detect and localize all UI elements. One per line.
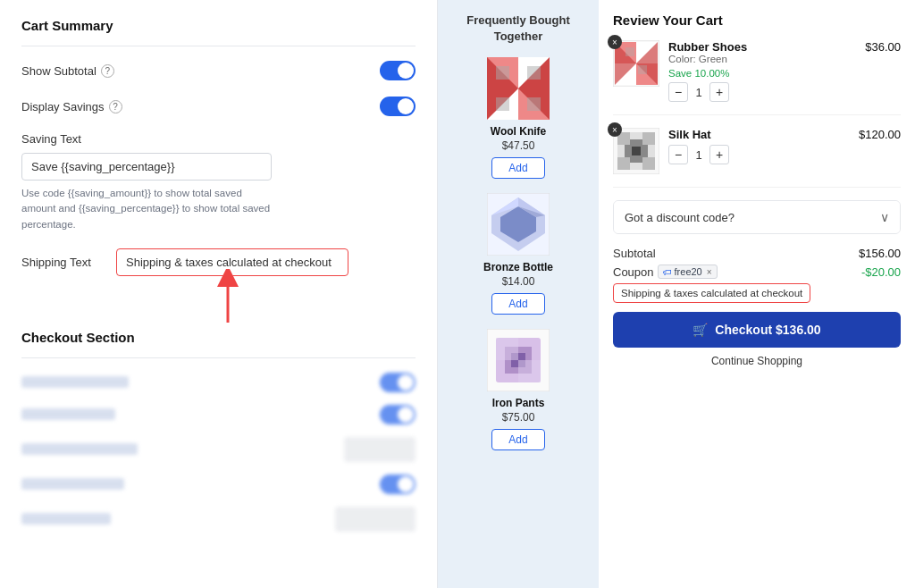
product-card-iron-pants: Iron Pants $75.00 Add — [449, 329, 588, 450]
coupon-tag-icon: 🏷 — [663, 267, 672, 277]
bronze-bottle-add-button[interactable]: Add — [491, 293, 544, 315]
display-savings-row: Display Savings ? — [21, 97, 416, 116]
silk-hat-name: Silk Hat — [668, 128, 850, 141]
blurred-row-4 — [21, 475, 416, 494]
subtotal-value: $156.00 — [859, 247, 901, 260]
svg-rect-40 — [617, 157, 630, 170]
display-savings-help-icon[interactable]: ? — [109, 100, 122, 113]
checkout-button[interactable]: 🛒 Checkout $136.00 — [613, 312, 901, 348]
svg-rect-41 — [642, 157, 655, 170]
show-subtotal-help-icon[interactable]: ? — [101, 64, 114, 78]
shipping-input-wrapper — [116, 248, 348, 276]
rubber-shoes-name: Rubber Shoes — [668, 40, 856, 54]
divider-checkout — [21, 357, 416, 358]
cart-summary: Subtotal $156.00 Coupon 🏷 free20 × -$20.… — [613, 247, 901, 367]
wool-knife-name: Wool Knife — [449, 125, 588, 138]
blurred-row-2 — [21, 405, 416, 424]
cart-title: Review Your Cart — [613, 13, 901, 28]
saving-hint-text: Use code {{saving_amount}} to show total… — [21, 186, 272, 232]
svg-rect-11 — [496, 97, 509, 111]
product-card-bronze-bottle: Bronze Bottle $14.00 Add — [449, 193, 588, 315]
coupon-row: Coupon 🏷 free20 × -$20.00 — [613, 265, 901, 279]
cart-item-silk-hat: × Silk Hat − 1 + $120.00 — [613, 128, 901, 188]
bronze-bottle-image — [487, 193, 550, 256]
silk-hat-image — [613, 128, 659, 174]
iron-pants-image — [487, 329, 550, 391]
svg-rect-33 — [638, 65, 647, 74]
svg-rect-39 — [642, 132, 655, 145]
silk-hat-qty: 1 — [693, 148, 704, 162]
display-savings-label: Display Savings ? — [21, 100, 122, 113]
discount-chevron-icon: ∨ — [880, 210, 889, 224]
coupon-label: Coupon — [613, 265, 654, 279]
rubber-shoes-qty-control: − 1 + — [668, 82, 856, 102]
remove-silk-hat-button[interactable]: × — [608, 122, 622, 137]
checkout-section-title: Checkout Section — [21, 330, 416, 345]
wool-knife-add-button[interactable]: Add — [491, 157, 544, 179]
product-card-wool-knife: Wool Knife $47.50 Add — [449, 57, 588, 179]
silk-hat-details: Silk Hat − 1 + — [668, 128, 850, 164]
shipping-text-row: Shipping Text — [21, 248, 416, 276]
frequently-bought-title: Frequently Bought Together — [449, 13, 588, 45]
checkout-label: Checkout $136.00 — [715, 323, 820, 337]
left-panel: Cart Summary Show Subtotal ? Display Sav… — [0, 0, 438, 588]
silk-hat-qty-decrease[interactable]: − — [668, 145, 688, 164]
silk-hat-price: $120.00 — [859, 128, 901, 141]
coupon-tag: 🏷 free20 × — [658, 265, 718, 279]
wool-knife-image — [487, 57, 550, 120]
saving-text-row: Saving Text Use code {{saving_amount}} t… — [21, 132, 416, 232]
subtotal-row: Subtotal $156.00 — [613, 247, 901, 260]
blurred-row-3 — [21, 437, 416, 462]
cart-icon: 🛒 — [693, 323, 708, 337]
rubber-shoes-qty-decrease[interactable]: − — [668, 82, 688, 102]
rubber-shoes-save: Save 10.00% — [668, 68, 856, 79]
coupon-left: Coupon 🏷 free20 × — [613, 265, 718, 279]
cart-shipping-text-badge: Shipping & taxes calculated at checkout — [613, 283, 810, 303]
coupon-discount: -$20.00 — [861, 265, 901, 279]
saving-text-label: Saving Text — [21, 132, 416, 146]
svg-rect-23 — [496, 338, 518, 360]
show-subtotal-row: Show Subtotal ? — [21, 61, 416, 80]
silk-hat-qty-control: − 1 + — [668, 145, 850, 164]
coupon-code: free20 — [675, 266, 702, 277]
blurred-row-5 — [21, 507, 416, 532]
svg-rect-32 — [625, 47, 634, 56]
middle-panel: Frequently Bought Together Wool Knife $4… — [438, 0, 599, 588]
rubber-shoes-variant: Color: Green — [668, 54, 856, 64]
rubber-shoes-image — [613, 40, 659, 87]
continue-shopping-link[interactable]: Continue Shopping — [613, 355, 901, 367]
silk-hat-qty-increase[interactable]: + — [709, 145, 729, 164]
show-subtotal-toggle[interactable] — [380, 61, 416, 80]
coupon-remove-button[interactable]: × — [707, 267, 712, 277]
discount-header[interactable]: Got a discount code? ∨ — [614, 201, 900, 233]
display-savings-toggle[interactable] — [380, 97, 416, 116]
show-subtotal-label: Show Subtotal ? — [21, 64, 114, 78]
iron-pants-name: Iron Pants — [449, 397, 588, 409]
rubber-shoes-qty-increase[interactable]: + — [709, 82, 729, 102]
svg-rect-37 — [632, 147, 641, 155]
divider-top — [21, 46, 416, 46]
cart-item-rubber-shoes: × Rubber Shoes Color: Green Save 10.00% … — [613, 40, 901, 115]
bronze-bottle-name: Bronze Bottle — [449, 261, 588, 273]
remove-rubber-shoes-button[interactable]: × — [608, 35, 622, 49]
discount-section: Got a discount code? ∨ — [613, 200, 901, 234]
shipping-text-label: Shipping Text — [21, 248, 102, 269]
blurred-row-1 — [21, 373, 416, 392]
rubber-shoes-image-wrapper: × — [613, 40, 659, 87]
red-arrow-indicator — [206, 269, 250, 330]
saving-text-input[interactable] — [21, 153, 272, 181]
subtotal-label: Subtotal — [613, 247, 656, 260]
iron-pants-add-button[interactable]: Add — [491, 429, 544, 450]
discount-label: Got a discount code? — [625, 211, 735, 224]
svg-rect-10 — [527, 66, 541, 80]
silk-hat-image-wrapper: × — [613, 128, 659, 174]
wool-knife-price: $47.50 — [449, 139, 588, 152]
rubber-shoes-details: Rubber Shoes Color: Green Save 10.00% − … — [668, 40, 856, 102]
svg-rect-9 — [496, 66, 509, 80]
cart-summary-title: Cart Summary — [21, 18, 416, 33]
right-panel: Review Your Cart × Rubber Shoes Color: G… — [599, 0, 915, 588]
bronze-bottle-price: $14.00 — [449, 275, 588, 288]
rubber-shoes-qty: 1 — [693, 86, 704, 99]
rubber-shoes-price: $36.00 — [865, 40, 901, 54]
svg-rect-24 — [518, 360, 541, 382]
